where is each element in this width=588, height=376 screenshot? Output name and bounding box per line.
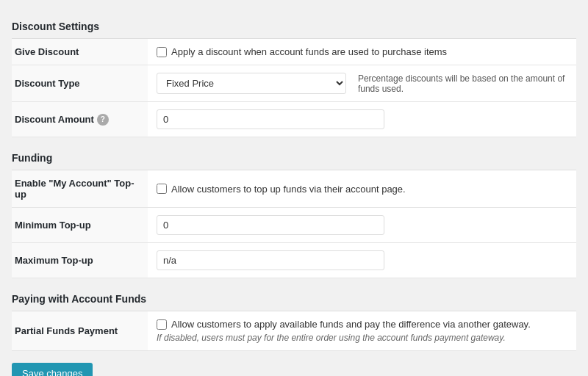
my-account-topup-field: Allow customers to top up funds via thei… [148, 170, 576, 208]
max-topup-input[interactable] [157, 250, 384, 270]
max-topup-row: Maximum Top-up [12, 243, 576, 278]
partial-funds-italic-note: If disabled, users must pay for the enti… [157, 333, 567, 343]
discount-section: Discount Settings Give Discount Apply a … [12, 12, 576, 137]
my-account-topup-description: Allow customers to top up funds via thei… [171, 184, 406, 195]
min-topup-input[interactable] [157, 215, 384, 235]
partial-funds-description: Allow customers to apply available funds… [171, 319, 531, 330]
discount-amount-row: Discount Amount ? [12, 102, 576, 137]
discount-table: Give Discount Apply a discount when acco… [12, 39, 576, 137]
min-topup-field [148, 208, 576, 243]
spacer-2 [12, 278, 576, 284]
save-button[interactable]: Save changes [12, 363, 93, 376]
give-discount-row: Give Discount Apply a discount when acco… [12, 39, 576, 65]
discount-type-field: Fixed Price Percentage Percentage discou… [148, 65, 576, 102]
discount-type-select[interactable]: Fixed Price Percentage [157, 73, 346, 94]
funding-table: Enable "My Account" Top-up Allow custome… [12, 170, 576, 278]
spacer-1 [12, 137, 576, 143]
my-account-topup-row: Enable "My Account" Top-up Allow custome… [12, 170, 576, 208]
discount-amount-label: Discount Amount ? [12, 102, 148, 137]
give-discount-checkbox-label[interactable]: Apply a discount when account funds are … [157, 46, 567, 57]
paying-table: Partial Funds Payment Allow customers to… [12, 311, 576, 351]
discount-type-note: Percentage discounts will be based on th… [358, 73, 567, 94]
my-account-topup-checkbox[interactable] [157, 184, 167, 194]
give-discount-checkbox[interactable] [157, 47, 167, 57]
paying-section: Paying with Account Funds Partial Funds … [12, 284, 576, 351]
funding-section: Funding Enable "My Account" Top-up Allow… [12, 143, 576, 278]
partial-funds-checkbox[interactable] [157, 319, 167, 330]
partial-funds-checkbox-label[interactable]: Allow customers to apply available funds… [157, 319, 567, 330]
discount-section-title: Discount Settings [12, 12, 576, 39]
paying-section-title: Paying with Account Funds [12, 284, 576, 311]
discount-amount-input[interactable] [157, 109, 384, 129]
discount-amount-help-icon[interactable]: ? [97, 114, 109, 126]
partial-funds-label: Partial Funds Payment [12, 311, 148, 351]
partial-funds-row: Partial Funds Payment Allow customers to… [12, 311, 576, 351]
max-topup-field [148, 243, 576, 278]
min-topup-label: Minimum Top-up [12, 208, 148, 243]
settings-container: Discount Settings Give Discount Apply a … [12, 12, 576, 376]
discount-amount-field [148, 102, 576, 137]
funding-section-title: Funding [12, 143, 576, 170]
discount-type-row: Discount Type Fixed Price Percentage Per… [12, 65, 576, 102]
give-discount-description: Apply a discount when account funds are … [171, 46, 447, 57]
give-discount-label: Give Discount [12, 39, 148, 65]
discount-type-field-row: Fixed Price Percentage Percentage discou… [157, 73, 567, 94]
my-account-topup-checkbox-label[interactable]: Allow customers to top up funds via thei… [157, 184, 567, 195]
my-account-topup-label: Enable "My Account" Top-up [12, 170, 148, 208]
discount-type-label: Discount Type [12, 65, 148, 102]
give-discount-field: Apply a discount when account funds are … [148, 39, 576, 65]
discount-amount-label-text: Discount Amount [15, 114, 94, 125]
min-topup-row: Minimum Top-up [12, 208, 576, 243]
partial-funds-field: Allow customers to apply available funds… [148, 311, 576, 351]
max-topup-label: Maximum Top-up [12, 243, 148, 278]
